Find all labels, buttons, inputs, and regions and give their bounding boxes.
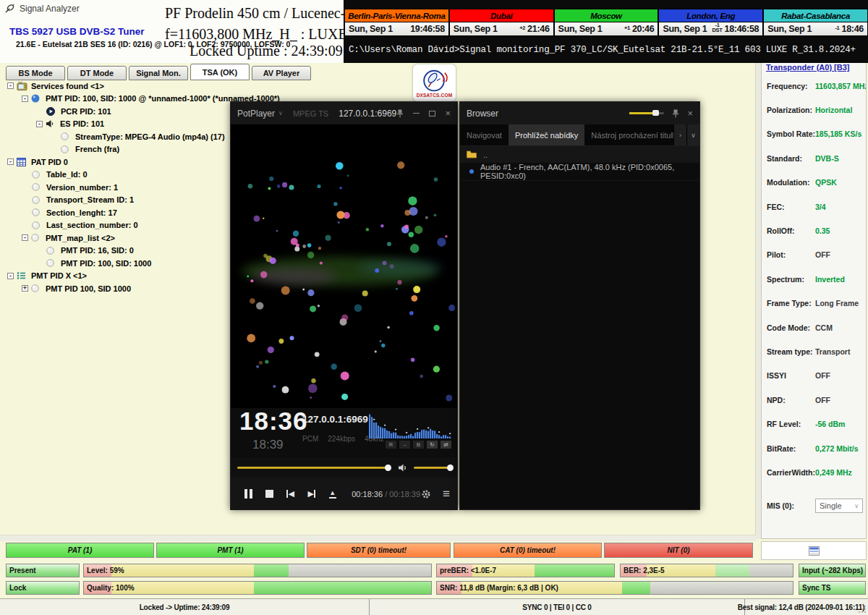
potplayer-seek-row <box>231 457 457 478</box>
pin-icon[interactable] <box>672 109 679 118</box>
browser-tab-n-stroj-proch-zen-titulk[interactable]: Nástroj procházení titulků <box>584 124 673 145</box>
transponder-rows: Frequency:11603,857 MHzPolarization:Hori… <box>762 74 866 518</box>
param-value: OFF <box>815 371 830 380</box>
clock-time-row: Sun, Sep 119:46:58Sun, Sep 1+221:46Sun, … <box>344 22 868 36</box>
param-label: RollOff: <box>767 226 815 235</box>
audio-track-item[interactable]: Audio #1 - French, AAC(LATM), 48.0 kHz (… <box>460 163 699 181</box>
menu-icon[interactable]: ≡ <box>443 488 450 500</box>
opacity-slider[interactable] <box>629 112 664 114</box>
world-clock-panel: Berlin-Paris-Vienna-RomaDubaiMoscowLondo… <box>344 0 868 36</box>
tree-item-label: Section_lenght: 17 <box>46 208 117 217</box>
dot-icon <box>46 258 58 268</box>
browser-tab-prohl-e-nab-dky[interactable]: Prohlížeč nabídky <box>509 124 584 145</box>
gear-icon[interactable] <box>420 488 432 500</box>
potplayer-menu[interactable]: PotPlayer <box>237 109 275 119</box>
volume-knob[interactable] <box>447 465 454 471</box>
duration-time: 00:18:39 <box>389 490 420 499</box>
table-view-button[interactable] <box>761 541 867 560</box>
stop-button[interactable] <box>259 490 280 498</box>
clock-utc-offset: +2 <box>519 25 525 30</box>
browser-up-row[interactable]: .. <box>460 146 699 163</box>
clock-time-value: 19:46:58 <box>410 24 445 34</box>
param-label: FEC: <box>767 203 815 211</box>
tree-expander[interactable]: - <box>7 158 14 165</box>
seek-knob[interactable] <box>385 465 391 471</box>
previous-button[interactable]: ◀ <box>280 490 301 498</box>
minimize-icon[interactable] <box>413 113 420 114</box>
tab-dt-mode[interactable]: DT Mode <box>67 66 127 80</box>
pin-icon[interactable] <box>396 109 404 118</box>
signal-box-sync-ts: Sync TS <box>799 581 866 595</box>
tab-bs-mode[interactable]: BS Mode <box>6 66 65 80</box>
next-button[interactable]: ▶ <box>301 490 322 498</box>
dot-icon <box>32 170 43 179</box>
param-value: OFF <box>815 396 830 404</box>
offset-bottom: DST <box>712 27 722 33</box>
tree-vertical-scrollbar[interactable] <box>755 63 761 539</box>
loop-icon[interactable]: ↻ <box>427 441 438 449</box>
dxsatcs-logo-text: DXSATCS.COM <box>417 93 453 98</box>
dot-icon <box>32 195 43 205</box>
maximize-icon[interactable] <box>429 111 435 116</box>
bar-segment-gray <box>749 564 793 577</box>
browser-tab-navigovat[interactable]: Navigovat <box>460 124 509 145</box>
tree-item-label: PMT_map_list <2> <box>46 234 115 242</box>
tabs-scroll-right-icon[interactable]: › <box>673 124 686 145</box>
clock-city-london-eng: London, Eng <box>658 9 763 22</box>
tree-expander[interactable]: - <box>7 273 14 279</box>
bar-segment-green <box>254 564 289 577</box>
clock-time-rabat-casablanca: Sun, Sep 1-118:46 <box>763 22 868 36</box>
tree-expander[interactable]: - <box>22 96 28 102</box>
tree-item-label: PAT PID 0 <box>31 158 68 166</box>
volume-icon[interactable] <box>399 464 408 472</box>
param-label: Frame Type: <box>767 299 815 308</box>
tree-expander[interactable]: - <box>36 121 43 127</box>
tree-expander[interactable]: + <box>22 285 28 292</box>
seek-bar[interactable] <box>237 467 388 469</box>
tabs-dropdown-icon[interactable]: ∨ <box>686 124 699 145</box>
clock-city-moscow: Moscow <box>554 9 659 22</box>
tree-item-label: Transport_Stream ID: 1 <box>46 195 134 204</box>
tree-item-services-found-1[interactable]: -Services found <1> <box>4 80 280 93</box>
close-icon[interactable]: × <box>687 108 693 119</box>
tree-horizontal-scrollbar[interactable] <box>0 535 756 541</box>
mis-select[interactable]: Single∨ <box>815 499 863 513</box>
param-label: ISSYI <box>767 371 815 380</box>
param-label: RF Level: <box>767 420 815 428</box>
section-status-nit-0: NIT (0) <box>604 543 753 558</box>
repeat-b-button[interactable]: B <box>413 441 424 449</box>
param-value: 0.35 <box>815 226 830 235</box>
pause-button[interactable] <box>238 489 259 499</box>
shuffle-icon[interactable]: ⇄ <box>441 441 451 449</box>
param-label: Modulation: <box>767 178 815 187</box>
tree-item-label: StreamType: MPEG-4 Audio (mp4a) (17) <box>75 132 225 141</box>
potplayer-visualization[interactable] <box>231 124 457 408</box>
table-icon <box>809 546 820 556</box>
potplayer-info-bar: 18:36 18:39 127.0.0.1:6969 PCM 224kbps 4… <box>231 408 457 457</box>
tree-expander[interactable]: - <box>7 82 14 89</box>
signal-bar-snr-11-8-db-margin-6-3-db-ok: SNR: 11,8 dB (Margin: 6,3 dB | OK) <box>436 581 793 595</box>
status-best-signal: Best signal: 12,4 dB (2024-09-01 16:11) <box>745 599 857 615</box>
browser-titlebar[interactable]: Browser × <box>460 102 699 124</box>
terminal-window[interactable]: C:\Users\Roman Dávid>Signal monitoring_P… <box>344 36 868 63</box>
signal-box-input-282-kbps: Input (~282 Kbps) <box>799 564 866 577</box>
opacity-knob[interactable] <box>652 110 659 116</box>
repeat-a-button[interactable]: R <box>386 441 396 449</box>
resize-grip[interactable] <box>858 605 867 614</box>
tab-tsa-ok[interactable]: TSA (OK) <box>190 64 250 80</box>
potplayer-stream-title: 127.0.0.1:6969 <box>339 109 396 119</box>
tree-item-label: PMT PID: 16, SID: 0 <box>61 246 134 255</box>
tab-signal-mon[interactable]: Signal Mon. <box>129 66 188 80</box>
equalizer-bars <box>369 410 453 438</box>
clock-city-dubai: Dubai <box>449 9 554 22</box>
tree-item-label: PMT PID: 100, SID: 1000 <box>61 259 151 268</box>
eject-button[interactable]: ▲ <box>322 490 343 499</box>
tab-av-player[interactable]: AV Player <box>252 66 311 80</box>
potplayer-titlebar[interactable]: PotPlayer ∨ MPEG TS 127.0.0.1:6969 × <box>231 102 457 124</box>
tree-expander[interactable]: - <box>22 234 28 241</box>
volume-slider[interactable] <box>414 467 451 469</box>
transponder-panel: Transponder (A0) [B3] Frequency:11603,85… <box>761 62 867 539</box>
param-row-frequency: Frequency:11603,857 MHz <box>762 74 866 98</box>
browser-window-buttons: × <box>629 108 693 119</box>
close-icon[interactable]: × <box>445 108 451 119</box>
